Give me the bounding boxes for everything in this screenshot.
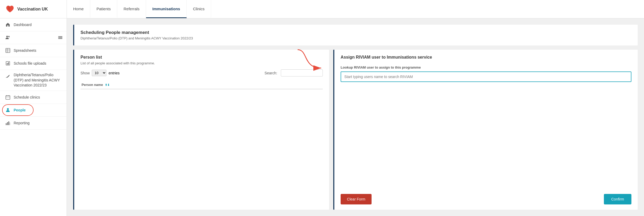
sidebar-item-spreadsheets[interactable]: Spreadsheets <box>0 44 67 57</box>
svg-rect-4 <box>58 38 62 39</box>
confirm-button[interactable]: Confirm <box>604 194 631 204</box>
svg-rect-17 <box>7 122 8 125</box>
svg-rect-3 <box>58 37 62 38</box>
person-list-table: Person name ⬆⬇ <box>80 81 323 89</box>
person-list-subtitle: List of all people associated with this … <box>80 61 323 65</box>
svg-rect-9 <box>6 61 10 65</box>
spreadsheets-icon <box>5 48 10 53</box>
two-col-section: Person list List of all people associate… <box>73 50 638 210</box>
main-layout: Dashboard <box>0 18 644 216</box>
sidebar: Dashboard <box>0 18 67 216</box>
calendar-icon <box>5 95 10 100</box>
show-label: Show <box>80 71 90 75</box>
nav-home[interactable]: Home <box>67 0 90 18</box>
person-icon <box>5 107 10 113</box>
logo-text: Vaccination UK <box>17 7 48 12</box>
nav-clinics[interactable]: Clinics <box>187 0 211 18</box>
sort-icon: ⬆⬇ <box>105 83 110 86</box>
svg-rect-18 <box>8 121 9 125</box>
svg-rect-16 <box>6 123 7 125</box>
svg-point-15 <box>7 108 9 110</box>
entries-suffix: entries <box>109 71 120 75</box>
nav-links: Home Patients Referrals Immunisations Cl… <box>67 0 211 18</box>
sidebar-item-reporting[interactable]: Reporting <box>0 117 67 130</box>
sidebar-item-schedule-label: Schedule clinics <box>14 95 40 99</box>
logo-area: Vaccination UK <box>0 0 67 18</box>
search-input[interactable] <box>281 69 323 76</box>
sidebar-item-schools-label: Schools file uploads <box>14 61 46 65</box>
people-icon <box>5 35 10 40</box>
person-list-panel: Person list List of all people associate… <box>73 50 329 210</box>
sidebar-item-schedule-clinics[interactable]: Schedule clinics <box>0 91 67 104</box>
column-person-name[interactable]: Person name ⬆⬇ <box>80 81 323 89</box>
nav-patients[interactable]: Patients <box>90 0 117 18</box>
clear-form-button[interactable]: Clear Form <box>341 194 372 204</box>
entries-select[interactable]: 10 25 50 100 <box>92 70 106 76</box>
form-actions: Clear Form Confirm <box>341 189 631 204</box>
search-label: Search: <box>265 71 277 75</box>
svg-line-10 <box>6 77 7 78</box>
sidebar-toggle-icon <box>58 35 62 40</box>
nav-referrals[interactable]: Referrals <box>117 0 146 18</box>
home-icon <box>5 22 10 27</box>
lookup-label: Lookup RIVIAM user to assign to this pro… <box>341 65 631 69</box>
assign-panel: Assign RIVIAM user to Immunisations serv… <box>333 50 638 210</box>
sidebar-item-schools[interactable]: Schools file uploads <box>0 57 67 70</box>
list-controls: Show 10 25 50 100 entries Search: <box>80 69 323 76</box>
person-list-title: Person list <box>80 55 323 60</box>
svg-rect-11 <box>6 96 10 99</box>
sidebar-item-people-label: People <box>14 108 26 112</box>
schools-icon <box>5 61 10 66</box>
nav-immunisations[interactable]: Immunisations <box>146 0 187 18</box>
logo-icon <box>5 4 15 14</box>
sidebar-item-dtp[interactable]: Diphtheria/Tetanus/Polio (DTP) and Menin… <box>0 70 67 91</box>
top-nav: Vaccination UK Home Patients Referrals I… <box>0 0 644 18</box>
header-card-title: Scheduling People management <box>80 30 631 35</box>
syringe-icon <box>5 73 10 79</box>
sidebar-item-people[interactable]: People <box>0 104 67 117</box>
sidebar-item-dtp-label: Diphtheria/Tetanus/Polio (DTP) and Menin… <box>14 73 61 88</box>
sidebar-item-dashboard-label: Dashboard <box>14 23 32 27</box>
svg-rect-5 <box>6 48 10 53</box>
svg-point-1 <box>8 36 10 37</box>
sidebar-item-people-mgmt[interactable] <box>0 31 67 44</box>
header-card: Scheduling People management Diphtheria/… <box>73 25 638 45</box>
svg-point-0 <box>6 36 8 37</box>
sidebar-item-dashboard[interactable]: Dashboard <box>0 18 67 31</box>
lookup-input[interactable] <box>341 71 631 82</box>
reporting-icon <box>5 120 10 126</box>
sidebar-item-reporting-label: Reporting <box>14 121 30 125</box>
header-card-subtitle: Diphtheria/Tetanus/Polio (DTP) and Menin… <box>80 36 631 40</box>
svg-rect-19 <box>10 122 10 125</box>
assign-panel-title: Assign RIVIAM user to Immunisations serv… <box>341 55 631 60</box>
svg-rect-2 <box>58 36 62 37</box>
content-area: Scheduling People management Diphtheria/… <box>67 18 644 216</box>
sidebar-item-spreadsheets-label: Spreadsheets <box>14 48 36 53</box>
